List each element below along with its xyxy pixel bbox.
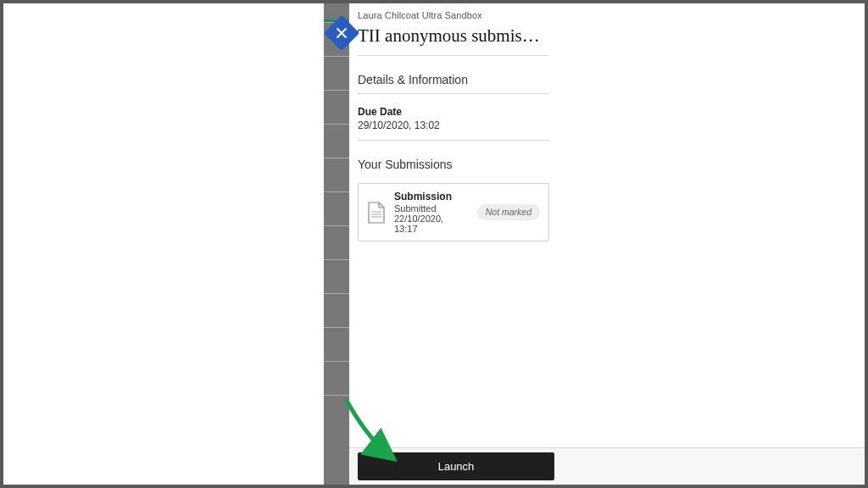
submissions-section-heading: Your Submissions (358, 146, 549, 178)
document-icon (367, 202, 386, 224)
details-section-heading: Details & Information (358, 61, 549, 94)
panel-footer: Launch (349, 447, 865, 485)
launch-button[interactable]: Launch (358, 452, 554, 480)
submission-title: Submission (394, 191, 469, 202)
submission-subtitle: Submitted 22/10/2020, 13:17 (394, 203, 469, 234)
due-date-value: 29/10/2020, 13:02 (358, 119, 549, 131)
assignment-title: TII anonymous submis… (358, 25, 549, 56)
content-sidebar-strip (324, 3, 349, 485)
course-label: Laura Chilcoat Ultra Sandbox (358, 10, 549, 20)
close-icon (336, 27, 348, 39)
submission-card[interactable]: Submission Submitted 22/10/2020, 13:17 N… (358, 183, 549, 241)
assignment-panel: Laura Chilcoat Ultra Sandbox TII anonymo… (349, 3, 865, 485)
submission-status-badge: Not marked (477, 204, 540, 221)
due-date-block: Due Date 29/10/2020, 13:02 (358, 99, 549, 141)
due-date-label: Due Date (358, 106, 549, 118)
submission-text: Submission Submitted 22/10/2020, 13:17 (394, 191, 469, 234)
